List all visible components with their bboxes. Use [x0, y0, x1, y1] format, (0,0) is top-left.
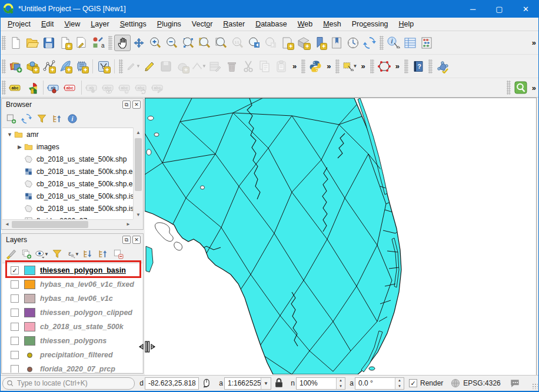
- toolbar-grip[interactable]: [2, 59, 6, 73]
- style-manager-icon[interactable]: a: [90, 35, 107, 51]
- pin-labels-icon[interactable]: ab: [46, 79, 62, 96]
- menu-settings[interactable]: Settings: [115, 18, 152, 30]
- menu-edit[interactable]: Edit: [36, 18, 59, 30]
- statistical-summary-icon[interactable]: [418, 35, 435, 51]
- scale-combo[interactable]: 1:1662525 ▼: [224, 377, 271, 390]
- messages-icon[interactable]: [509, 377, 521, 389]
- close-button[interactable]: ✕: [513, 0, 539, 18]
- toolbar-grip[interactable]: [380, 36, 384, 50]
- toolbar-overflow-chevron[interactable]: »: [392, 62, 402, 71]
- browser-close-button[interactable]: ✕: [132, 100, 141, 109]
- new-memory-layer-icon[interactable]: [95, 58, 112, 75]
- layer-properties-icon[interactable]: i: [65, 112, 79, 126]
- map-canvas[interactable]: [145, 98, 537, 375]
- browser-horizontal-scrollbar[interactable]: ◄ ►: [2, 219, 133, 229]
- new-shapefile-layer-icon[interactable]: [41, 58, 57, 75]
- save-project-icon[interactable]: [41, 35, 57, 51]
- browser-tree-item[interactable]: ▶images: [2, 140, 133, 153]
- layer-visibility-checkbox[interactable]: [11, 323, 19, 331]
- zoom-to-layer-icon[interactable]: [197, 35, 213, 51]
- python-console-icon[interactable]: [307, 58, 324, 75]
- new-geopackage-layer-icon[interactable]: [24, 58, 41, 75]
- toggle-extents-mouse-icon[interactable]: [201, 377, 212, 389]
- layer-diagram-icon[interactable]: [24, 79, 41, 96]
- filter-browser-icon[interactable]: [35, 112, 49, 126]
- layout-manager-icon[interactable]: [74, 35, 90, 51]
- toolbar-overflow-chevron[interactable]: »: [324, 62, 334, 71]
- new-project-icon[interactable]: [8, 35, 24, 51]
- browser-tree-item[interactable]: florida_2020_07_prcp.csv: [2, 215, 133, 219]
- layer-item[interactable]: thiessen_polygon_clipped: [2, 306, 142, 320]
- layer-visibility-checkbox[interactable]: [11, 337, 19, 345]
- zoom-last-icon[interactable]: [246, 35, 262, 51]
- browser-tree-item[interactable]: cb_2018_us_state_500k.shp.ea: [2, 177, 133, 190]
- toggle-editing-icon[interactable]: [141, 58, 158, 75]
- browser-tree-item[interactable]: ▼amr: [2, 128, 133, 140]
- rotation-spinner[interactable]: ▲▼: [395, 378, 404, 389]
- attribute-table-icon[interactable]: [402, 35, 418, 51]
- toolbar-grip[interactable]: [108, 36, 112, 50]
- minimize-button[interactable]: ─: [460, 0, 486, 18]
- show-bookmarks-icon[interactable]: [328, 35, 345, 51]
- new-print-layout-icon[interactable]: [57, 35, 74, 51]
- crs-status[interactable]: EPSG:4326: [463, 379, 500, 387]
- vertex-tool-icon[interactable]: [376, 58, 392, 75]
- layer-item[interactable]: thiessen_polygons: [2, 334, 142, 348]
- zoom-full-icon[interactable]: [180, 35, 197, 51]
- open-layer-styling-icon[interactable]: [4, 247, 18, 261]
- browser-tree-item[interactable]: cb_2018_us_state_500k.shp.isc: [2, 190, 133, 202]
- highlight-pinned-labels-icon[interactable]: abc: [62, 79, 79, 96]
- layer-item[interactable]: hybas_na_lev06_v1c_fixed: [2, 277, 142, 292]
- refresh-map-icon[interactable]: [361, 35, 378, 51]
- browser-float-button[interactable]: ⧉: [122, 100, 131, 109]
- layers-float-button[interactable]: ⧉: [122, 236, 131, 244]
- data-source-manager-icon[interactable]: [8, 58, 24, 75]
- layer-visibility-checkbox[interactable]: ✓: [11, 266, 19, 274]
- tree-expander-icon[interactable]: ▶: [16, 144, 24, 150]
- new-3d-map-view-icon[interactable]: [295, 35, 312, 51]
- filter-by-expression-icon[interactable]: ε▼: [65, 247, 79, 261]
- pan-to-selection-icon[interactable]: [131, 35, 147, 51]
- lock-scale-icon[interactable]: [273, 377, 285, 389]
- locator-search-input[interactable]: Type to locate (Ctrl+K): [2, 377, 135, 390]
- toolbar-overflow-chevron[interactable]: »: [529, 83, 539, 92]
- layer-visibility-checkbox[interactable]: [11, 351, 19, 359]
- add-selected-layers-icon[interactable]: [4, 112, 18, 126]
- browser-tree-item[interactable]: cb_2018_us_state_500k.shp: [2, 153, 133, 165]
- crs-globe-icon[interactable]: [450, 377, 461, 389]
- layer-item[interactable]: cb_2018_us_state_500k: [2, 320, 142, 334]
- browser-vertical-scrollbar[interactable]: ▲ ▼: [133, 128, 142, 219]
- select-features-icon[interactable]: ▼: [341, 58, 358, 75]
- open-project-icon[interactable]: [24, 35, 41, 51]
- refresh-browser-icon[interactable]: [19, 112, 34, 126]
- layer-item[interactable]: ✓thiessen_polygon_basin: [2, 263, 142, 277]
- menu-web[interactable]: Web: [292, 18, 318, 30]
- identify-features-icon[interactable]: i: [385, 35, 402, 51]
- toolbar-grip[interactable]: [507, 81, 511, 95]
- menu-mesh[interactable]: Mesh: [318, 18, 347, 30]
- tree-expander-icon[interactable]: ▼: [6, 132, 14, 138]
- expand-all-icon[interactable]: [81, 247, 95, 261]
- maximize-button[interactable]: ▢: [486, 0, 513, 18]
- new-spatial-bookmark-icon[interactable]: [312, 35, 328, 51]
- toolbar-grip[interactable]: [428, 59, 432, 73]
- menu-vector[interactable]: Vector: [187, 18, 218, 30]
- filter-legend-icon[interactable]: [50, 247, 64, 261]
- temporal-controller-icon[interactable]: [345, 35, 361, 51]
- toolbar-grip[interactable]: [301, 59, 305, 73]
- toolbar-grip[interactable]: [119, 59, 123, 73]
- toolbar-grip[interactable]: [404, 59, 408, 73]
- toolbar-grip[interactable]: [2, 36, 6, 50]
- new-spatialite-layer-icon[interactable]: [57, 58, 74, 75]
- magnifier-spinner[interactable]: ▲▼: [336, 378, 345, 389]
- zoom-to-selection-icon[interactable]: [213, 35, 229, 51]
- menu-project[interactable]: Project: [2, 18, 36, 30]
- layer-visibility-checkbox[interactable]: [11, 365, 19, 373]
- browser-tree-item[interactable]: cb_2018_us_state_500k.shp.isc: [2, 202, 133, 215]
- layers-close-button[interactable]: ✕: [132, 236, 141, 244]
- menu-processing[interactable]: Processing: [347, 18, 394, 30]
- pan-map-icon[interactable]: [114, 35, 131, 51]
- help-contents-icon[interactable]: ?: [410, 58, 427, 75]
- toolbar-grip[interactable]: [335, 59, 340, 73]
- new-map-view-icon[interactable]: [279, 35, 295, 51]
